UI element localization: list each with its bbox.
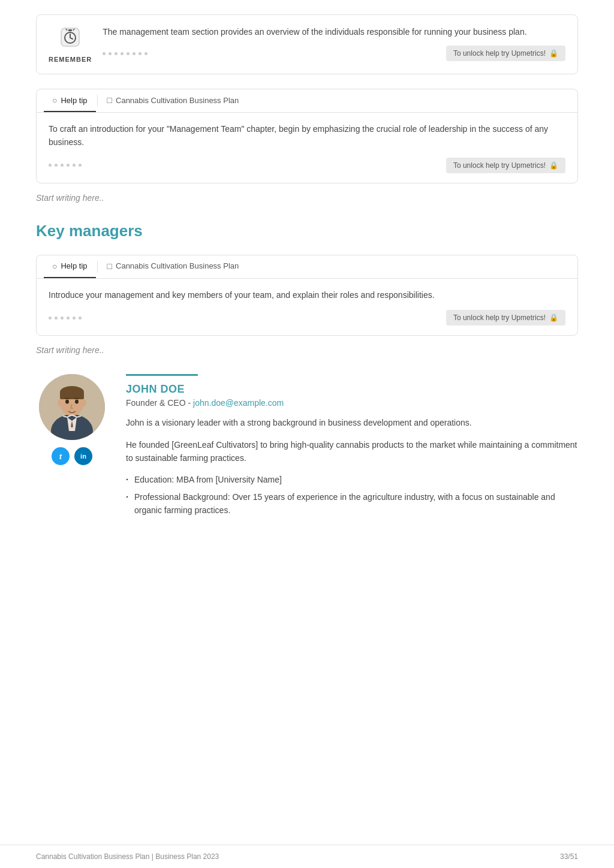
unlock-button-1[interactable]: To unlock help try Upmetrics! 🔒	[446, 158, 565, 173]
unlock-label-1: To unlock help try Upmetrics!	[453, 161, 546, 170]
helptip-tabs-1: ○ Help tip □ Cannabis Cultivation Busine…	[37, 89, 577, 113]
remember-footer: To unlock help try Upmetrics! 🔒	[103, 46, 565, 61]
svg-point-8	[58, 399, 62, 406]
remember-icon-wrap: REMEMBER	[49, 26, 92, 63]
twitter-button[interactable]: t	[52, 447, 70, 465]
tab-helptip-2[interactable]: ○ Help tip	[44, 255, 96, 278]
unlock-button-remember[interactable]: To unlock help try Upmetrics! 🔒	[446, 46, 565, 61]
svg-rect-7	[60, 392, 84, 399]
avatar	[39, 374, 105, 440]
svg-point-11	[75, 400, 79, 404]
lock-icon-1: 🔒	[549, 161, 558, 170]
helptip-footer-1: To unlock help try Upmetrics! 🔒	[49, 158, 565, 173]
helptip-body-1: To craft an introduction for your "Manag…	[37, 113, 577, 183]
tab-divider-2	[97, 261, 98, 273]
tab-doc-label-2: Cannabis Cultivation Business Plan	[116, 261, 239, 270]
profile-bio-1: John is a visionary leader with a strong…	[126, 416, 578, 429]
tab-doc-1[interactable]: □ Cannabis Cultivation Business Plan	[99, 89, 248, 112]
profile-section: t in JOHN DOE Founder & CEO - john.doe@e…	[36, 374, 578, 520]
tab-helptip-label-2: Help tip	[61, 261, 87, 270]
profile-bio-2: He founded [GreenLeaf Cultivators] to br…	[126, 438, 578, 465]
helptip-tabs-2: ○ Help tip □ Cannabis Cultivation Busine…	[37, 255, 577, 279]
profile-email[interactable]: john.doe@example.com	[193, 398, 284, 408]
tab-divider-1	[97, 95, 98, 107]
dots-line-3	[49, 317, 82, 320]
remember-icon	[59, 26, 82, 53]
profile-bullet-list: Education: MBA from [University Name] Pr…	[126, 473, 578, 517]
helptip-card-1: ○ Help tip □ Cannabis Cultivation Busine…	[36, 89, 578, 183]
lock-icon-2: 🔒	[549, 314, 558, 322]
twitter-icon: t	[59, 452, 62, 461]
bullet-item-1: Education: MBA from [University Name]	[126, 473, 578, 486]
doc-icon-2: □	[107, 261, 112, 271]
helptip-footer-2: To unlock help try Upmetrics! 🔒	[49, 310, 565, 326]
profile-right: JOHN DOE Founder & CEO - john.doe@exampl…	[126, 374, 578, 520]
helptip-body-text-2: Introduce your management and key member…	[49, 288, 565, 302]
profile-name: JOHN DOE	[126, 383, 578, 396]
tab-doc-2[interactable]: □ Cannabis Cultivation Business Plan	[99, 255, 248, 278]
profile-title: Founder & CEO - john.doe@example.com	[126, 398, 578, 408]
svg-rect-2	[68, 29, 72, 31]
svg-point-10	[65, 400, 69, 404]
linkedin-button[interactable]: in	[74, 447, 92, 465]
dots-line	[103, 52, 148, 55]
linkedin-icon: in	[80, 453, 86, 460]
helptip-body-text-1: To craft an introduction for your "Manag…	[49, 122, 565, 149]
section-heading-key-managers: Key managers	[36, 222, 578, 240]
profile-divider	[126, 374, 198, 376]
tab-helptip-label-1: Help tip	[61, 96, 87, 105]
tab-doc-label-1: Cannabis Cultivation Business Plan	[116, 96, 239, 105]
start-writing-1[interactable]: Start writing here..	[36, 193, 578, 203]
doc-icon-1: □	[107, 95, 112, 105]
remember-text: The management team section provides an …	[103, 26, 565, 38]
footer-right: 33/51	[560, 852, 578, 861]
helptip-body-2: Introduce your management and key member…	[37, 279, 577, 335]
start-writing-2[interactable]: Start writing here..	[36, 345, 578, 355]
unlock-label: To unlock help try Upmetrics!	[453, 49, 546, 58]
svg-point-9	[82, 399, 86, 406]
search-icon-1: ○	[52, 95, 57, 105]
dots-line-2	[49, 164, 82, 167]
unlock-button-2[interactable]: To unlock help try Upmetrics! 🔒	[446, 310, 565, 326]
remember-box: REMEMBER The management team section pro…	[36, 14, 578, 74]
footer-left: Cannabis Cultivation Business Plan | Bus…	[36, 852, 219, 861]
remember-content: The management team section provides an …	[103, 26, 565, 61]
profile-social: t in	[52, 447, 92, 465]
lock-icon: 🔒	[549, 49, 558, 58]
page-footer: Cannabis Cultivation Business Plan | Bus…	[0, 845, 614, 868]
tab-helptip-1[interactable]: ○ Help tip	[44, 89, 96, 112]
remember-label: REMEMBER	[49, 56, 92, 63]
search-icon-2: ○	[52, 261, 57, 271]
helptip-card-2: ○ Help tip □ Cannabis Cultivation Busine…	[36, 255, 578, 336]
bullet-item-2: Professional Background: Over 15 years o…	[126, 490, 578, 517]
unlock-label-2: To unlock help try Upmetrics!	[453, 314, 546, 322]
profile-left: t in	[36, 374, 108, 520]
